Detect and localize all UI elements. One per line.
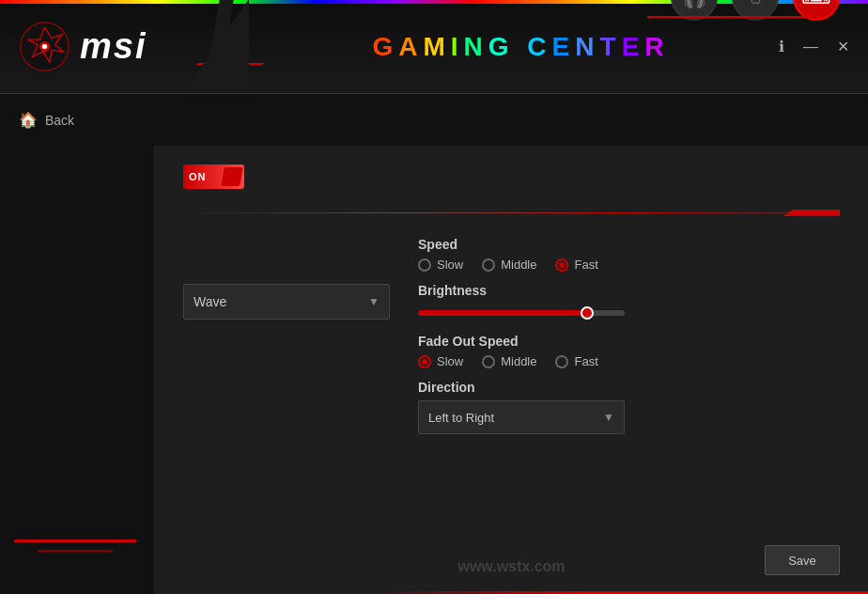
minimize-button[interactable]: — <box>803 39 818 55</box>
fade-slow-label: Slow <box>437 354 463 368</box>
fade-middle-label: Middle <box>501 354 536 368</box>
speed-fast-label: Fast <box>574 258 597 272</box>
effect-section: Wave ▼ <box>183 284 390 320</box>
back-button[interactable]: 🏠 Back <box>0 111 93 129</box>
info-button[interactable]: ℹ <box>779 38 784 55</box>
fade-out-speed-label: Fade Out Speed <box>418 334 840 349</box>
sidebar <box>0 146 155 594</box>
section-divider <box>183 212 840 213</box>
speed-fast-radio <box>555 258 568 272</box>
fade-middle-option[interactable]: Middle <box>482 354 536 368</box>
app-header: msi GAMING CENTER ℹ — ✕ 🎧 🖱 ⌨ <box>0 0 868 94</box>
effect-dropdown-arrow-icon: ▼ <box>368 295 380 308</box>
toggle-label: ON <box>189 171 207 182</box>
fade-middle-radio <box>482 355 495 368</box>
speed-slow-radio <box>418 258 431 272</box>
watermark-text: www.wstx.com <box>457 558 565 574</box>
speed-middle-option[interactable]: Middle <box>482 258 536 272</box>
speed-slow-label: Slow <box>437 258 463 272</box>
speed-slow-option[interactable]: Slow <box>418 258 463 272</box>
speed-fast-option[interactable]: Fast <box>555 258 597 272</box>
direction-selected-value: Left to Right <box>428 411 494 425</box>
main-content: ON Wave ▼ Speed <box>155 146 868 594</box>
save-button-label: Save <box>788 554 816 568</box>
headset-icon: 🎧 <box>682 0 707 9</box>
direction-dropdown-arrow-icon: ▼ <box>603 411 614 424</box>
svg-point-3 <box>42 44 48 50</box>
toggle-thumb <box>221 167 243 186</box>
direction-dropdown[interactable]: Left to Right ▼ <box>418 400 625 434</box>
fade-slow-radio <box>418 355 431 368</box>
speed-radio-group: Slow Middle Fast <box>418 258 840 272</box>
back-label: Back <box>45 113 74 128</box>
fade-slow-option[interactable]: Slow <box>418 354 463 368</box>
speed-label: Speed <box>418 237 840 252</box>
fade-fast-label: Fast <box>574 354 597 368</box>
brightness-slider-thumb[interactable] <box>581 306 594 320</box>
app-title: GAMING CENTER <box>263 32 779 62</box>
nav-bar: 🏠 Back <box>0 94 868 146</box>
save-button[interactable]: Save <box>765 545 840 575</box>
direction-label: Direction <box>418 380 840 395</box>
msi-brand-text: msi <box>80 26 147 67</box>
back-icon: 🏠 <box>19 111 38 129</box>
close-button[interactable]: ✕ <box>837 38 849 55</box>
keyboard-icon: ⌨ <box>801 0 831 9</box>
brightness-label: Brightness <box>418 283 840 298</box>
watermark: www.wstx.com <box>457 558 565 575</box>
fade-out-speed-setting: Fade Out Speed Slow Middle Fast <box>418 334 840 368</box>
brightness-slider-track <box>418 310 625 316</box>
speed-middle-label: Middle <box>501 258 536 272</box>
fade-fast-radio <box>555 355 568 368</box>
fade-fast-option[interactable]: Fast <box>555 354 597 368</box>
effect-selected-value: Wave <box>194 294 226 309</box>
brightness-slider-container <box>418 304 840 322</box>
sidebar-deco-2 <box>38 550 114 552</box>
toggle-track: ON <box>183 164 244 189</box>
sidebar-deco-1 <box>13 539 136 542</box>
toggle-area: ON <box>183 164 840 189</box>
direction-setting: Direction Left to Right ▼ <box>418 380 840 434</box>
effect-dropdown[interactable]: Wave ▼ <box>183 284 390 320</box>
speed-setting: Speed Slow Middle Fast <box>418 237 840 272</box>
controls-row: Wave ▼ Speed Slow <box>183 237 840 434</box>
mouse-icon: 🖱 <box>745 0 766 9</box>
window-controls: ℹ — ✕ <box>779 38 868 55</box>
msi-logo-icon <box>19 21 70 72</box>
fade-speed-radio-group: Slow Middle Fast <box>418 354 840 368</box>
brightness-setting: Brightness <box>418 283 840 322</box>
content-area: ON Wave ▼ Speed <box>0 146 868 594</box>
power-toggle[interactable]: ON <box>183 164 244 189</box>
speed-middle-radio <box>482 258 495 272</box>
device-tabs: 🎧 🖱 ⌨ <box>671 0 868 21</box>
settings-panel: Speed Slow Middle Fast <box>418 237 840 434</box>
